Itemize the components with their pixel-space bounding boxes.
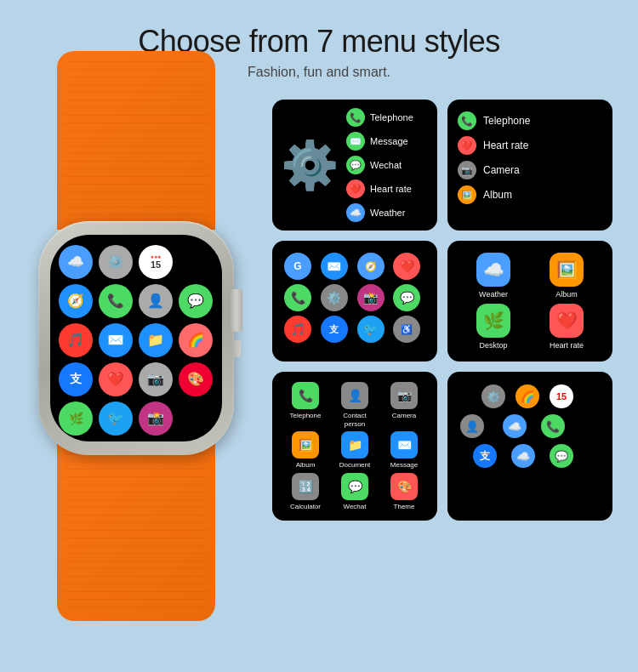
list-item-heartrate: ❤️ Heart rate — [346, 179, 429, 198]
heartrate-label: Heart rate — [370, 184, 412, 194]
circ-alipay: 支 — [473, 444, 497, 468]
app-contacts: 👤 — [139, 284, 173, 318]
panel-circular: ⚙️ 🌈 15 👤 ☁️ 📞 支 ☁️ 💬 — [447, 372, 612, 521]
list-item-wechat: 💬 Wechat — [346, 156, 429, 174]
il-album: 🖼️ Album — [282, 431, 328, 470]
app-alipay: 支 — [59, 362, 93, 396]
panel-icon-label: 📞 Telephone 👤 Contact person 📷 Camera 🖼️… — [272, 372, 437, 521]
app-empty — [179, 245, 213, 279]
circ-photos: 🌈 — [516, 384, 539, 408]
weather-label: Weather — [370, 208, 405, 218]
telephone-label: Telephone — [370, 112, 413, 122]
text-item-camera: 📷 Camera — [458, 161, 602, 179]
telephone-icon: 📞 — [346, 108, 365, 127]
sg-insta: 📸 — [357, 284, 385, 311]
il-telephone: 📞 Telephone — [282, 382, 328, 428]
il-message-label: Message — [390, 461, 418, 470]
il-contact-label: Contact person — [332, 412, 378, 428]
watch-band-top — [57, 51, 215, 230]
il-telephone-icon: 📞 — [292, 382, 319, 409]
il-contact: 👤 Contact person — [332, 382, 378, 428]
app-grid: ☁️ ⚙️ ●●●15 🧭 📞 👤 💬 🎵 ✉️ 📁 🌈 — [50, 235, 222, 441]
app-green: 🌿 — [59, 401, 93, 436]
panel-gear-content: ⚙️ 📞 Telephone ✉️ Message 💬 Wechat — [281, 108, 429, 222]
p2-heartrate-icon: ❤️ — [458, 136, 476, 155]
sg-twitter: 🐦 — [357, 316, 385, 343]
content-area: ☁️ ⚙️ ●●●15 🧭 📞 👤 💬 🎵 ✉️ 📁 🌈 — [0, 87, 638, 580]
p4-desktop: 🌿 Desktop — [459, 304, 527, 350]
p4-desktop-icon: 🌿 — [476, 304, 510, 338]
list-item-telephone: 📞 Telephone — [346, 108, 429, 127]
p2-telephone-label: Telephone — [483, 115, 530, 127]
app-instagram: 📸 — [139, 401, 173, 436]
il-wechat-icon: 💬 — [341, 473, 368, 500]
il-message-icon: ✉️ — [390, 431, 418, 458]
p4-heartrate: ❤️ Heart rate — [533, 304, 601, 350]
p2-heartrate-label: Heart rate — [483, 140, 528, 151]
app-twitter: 🐦 — [99, 401, 133, 436]
text-item-telephone: 📞 Telephone — [458, 111, 602, 130]
weather-icon: ☁️ — [346, 203, 365, 222]
panel-small-grid: G ✉️ 🧭 ❤️ 📞 ⚙️ 📸 💬 🎵 支 🐦 ♿ — [272, 241, 437, 362]
list-item-weather: ☁️ Weather — [346, 203, 429, 222]
p2-album-label: Album — [483, 189, 512, 201]
panels-grid: ⚙️ 📞 Telephone ✉️ Message 💬 Wechat — [272, 95, 612, 521]
circ-settings: ⚙️ — [481, 384, 505, 408]
p4-album-label: Album — [555, 290, 578, 299]
watch-case: ☁️ ⚙️ ●●●15 🧭 📞 👤 💬 🎵 ✉️ 📁 🌈 — [38, 221, 234, 455]
heartrate-icon: ❤️ — [346, 179, 365, 198]
il-wechat-label: Wechat — [344, 503, 367, 511]
il-camera-label: Camera — [392, 412, 416, 420]
circ-contacts: 👤 — [460, 414, 484, 438]
message-label: Message — [370, 136, 408, 146]
il-document: 📁 Document — [332, 431, 378, 470]
sg-wechat: 💬 — [393, 284, 420, 311]
p4-desktop-label: Desktop — [479, 341, 507, 350]
wechat-label: Wechat — [370, 160, 402, 170]
p2-album-icon: 🖼️ — [458, 185, 476, 204]
sg-acc: ♿ — [393, 316, 420, 343]
p4-weather-icon: ☁️ — [476, 253, 510, 287]
panel-gear-list: ⚙️ 📞 Telephone ✉️ Message 💬 Wechat — [272, 100, 437, 231]
il-calculator: 🔢 Calculator — [282, 473, 328, 511]
il-message: ✉️ Message — [381, 431, 427, 470]
app-mail: ✉️ — [99, 323, 133, 357]
panel-icon-label-content: 📞 Telephone 👤 Contact person 📷 Camera 🖼️… — [281, 380, 429, 512]
watch-container: ☁️ ⚙️ ●●●15 🧭 📞 👤 💬 🎵 ✉️ 📁 🌈 — [17, 95, 255, 580]
circ-cloud: ☁️ — [511, 444, 535, 468]
il-wechat: 💬 Wechat — [332, 473, 378, 511]
app-safari: 🧭 — [59, 284, 93, 318]
p4-heartrate-icon: ❤️ — [550, 304, 584, 338]
p4-weather: ☁️ Weather — [459, 253, 527, 299]
panel-2x2: ☁️ Weather 🖼️ Album 🌿 Desktop ❤️ Heart r… — [447, 241, 612, 362]
watch-crown — [231, 289, 242, 332]
sg-google: G — [284, 253, 311, 280]
il-document-label: Document — [339, 461, 370, 470]
il-camera: 📷 Camera — [381, 382, 427, 428]
p4-album-icon: 🖼️ — [550, 253, 584, 287]
p2-telephone-icon: 📞 — [458, 111, 476, 130]
panel-list: 📞 Telephone ✉️ Message 💬 Wechat ❤️ Heart… — [346, 108, 429, 222]
list-item-message: ✉️ Message — [346, 132, 429, 151]
il-theme-icon: 🎨 — [390, 473, 418, 500]
panel-text-list: 📞 Telephone ❤️ Heart rate 📷 Camera 🖼️ Al… — [447, 100, 612, 231]
p4-album: 🖼️ Album — [533, 253, 601, 299]
app-phone: 📞 — [99, 284, 133, 318]
app-settings: ⚙️ — [99, 245, 133, 279]
il-album-label: Album — [296, 461, 316, 470]
app-files: 📁 — [139, 323, 173, 357]
sg-alipay: 支 — [321, 316, 348, 343]
wechat-icon: 💬 — [346, 156, 365, 174]
p2-camera-icon: 📷 — [458, 161, 476, 179]
app-weather: ☁️ — [59, 245, 93, 279]
il-calculator-icon: 🔢 — [292, 473, 319, 500]
il-album-icon: 🖼️ — [292, 431, 319, 458]
sg-settings: ⚙️ — [321, 284, 348, 311]
sg-mail: ✉️ — [321, 253, 348, 280]
app-paint: 🎨 — [179, 362, 213, 396]
circ-calendar: 15 — [550, 384, 573, 408]
sg-phone: 📞 — [284, 284, 311, 311]
circular-content: ⚙️ 🌈 15 👤 ☁️ 📞 支 ☁️ 💬 — [456, 380, 604, 491]
app-photos: 🌈 — [179, 323, 213, 357]
il-theme: 🎨 Theme — [381, 473, 427, 511]
